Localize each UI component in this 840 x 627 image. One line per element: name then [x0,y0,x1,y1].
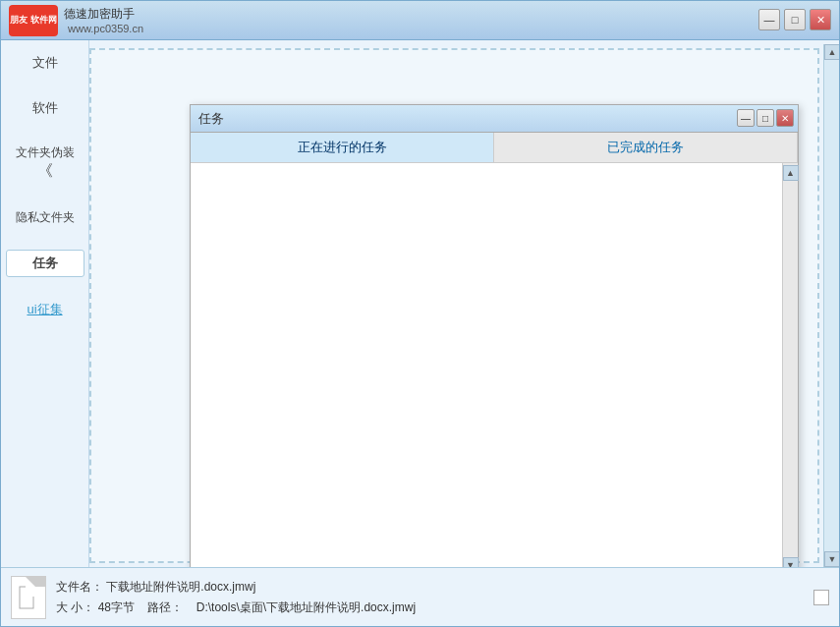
path-value: D:\tools\桌面\下载地址附件说明.docx.jmwj [196,600,416,614]
close-button[interactable]: ✕ [810,9,831,30]
svg-rect-0 [20,587,33,608]
sidebar-item-ui-collect[interactable]: ui征集 [6,297,84,322]
dialog-content: ▲ ▼ [191,163,798,567]
dialog-tabs: 正在进行的任务 已完成的任务 [191,133,798,163]
dialog-maximize-button[interactable]: □ [756,109,774,127]
filename-label: 文件名： [56,580,103,594]
path-label: 路径： [147,600,183,614]
status-text-block: 文件名： 下载地址附件说明.docx.jmwj 大 小： 48字节 路径： D:… [56,579,416,616]
status-checkbox[interactable] [813,590,829,605]
file-icon [11,576,46,619]
minimize-button[interactable]: — [758,9,780,30]
content-area: 文件 软件 文件夹伪装 《 隐私文件夹 任务 ui征集 [1,40,839,567]
dialog-close-button[interactable]: ✕ [776,109,794,127]
title-bar: 朋友 软件网 德速加密助手 www.pc0359.cn — □ ✕ [1,1,839,40]
tab-ongoing[interactable]: 正在进行的任务 [191,133,494,162]
sidebar-item-files[interactable]: 文件 [6,50,84,76]
app-logo: 朋友 软件网 [9,5,58,36]
window-controls: — □ ✕ [758,9,831,30]
size-label: 大 小： [56,600,94,614]
filename-value: 下载地址附件说明.docx.jmwj [106,580,255,594]
sidebar: 文件 软件 文件夹伪装 《 隐私文件夹 任务 ui征集 [1,40,89,567]
main-scrollbar: ▲ ▼ [823,44,839,567]
dialog-scroll-up[interactable]: ▲ [783,165,799,181]
sidebar-item-tasks[interactable]: 任务 [6,250,84,277]
sidebar-item-software[interactable]: 软件 [6,95,84,121]
dialog-scrollbar: ▲ ▼ [782,163,798,567]
task-dialog: 任务 — □ ✕ 正在进行的任务 已完成的任务 [190,104,799,567]
app-url: www.pc0359.cn [68,23,143,34]
dialog-minimize-button[interactable]: — [737,109,755,127]
status-size-path-line: 大 小： 48字节 路径： D:\tools\桌面\下载地址附件说明.docx.… [56,599,416,616]
app-name: 德速加密助手 [64,6,143,23]
tab-completed[interactable]: 已完成的任务 [494,133,798,162]
dialog-main-area [191,163,782,567]
dialog-controls: — □ ✕ [737,109,794,127]
main-scroll-up[interactable]: ▲ [824,44,839,60]
size-value: 48字节 [98,600,135,614]
dialog-scroll-down[interactable]: ▼ [783,557,799,567]
sidebar-item-folder-disguise[interactable]: 文件夹伪装 《 [6,141,84,186]
main-scroll-down[interactable]: ▼ [824,551,839,567]
main-window: 朋友 软件网 德速加密助手 www.pc0359.cn — □ ✕ 文件 软件 … [0,0,840,627]
status-filename-line: 文件名： 下载地址附件说明.docx.jmwj [56,579,416,596]
maximize-button[interactable]: □ [784,9,806,30]
dialog-title: 任务 [198,110,224,128]
dialog-title-bar: 任务 — □ ✕ [191,105,798,133]
svg-marker-1 [29,587,33,591]
sidebar-item-private-folder[interactable]: 隐私文件夹 [6,205,84,230]
status-bar: 文件名： 下载地址附件说明.docx.jmwj 大 小： 48字节 路径： D:… [1,567,839,626]
